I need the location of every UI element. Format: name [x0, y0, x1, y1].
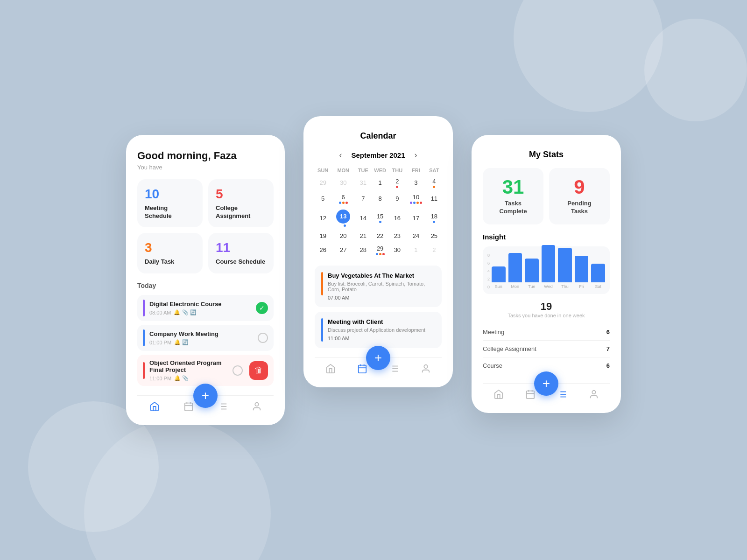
cal-day[interactable]: 20: [331, 230, 355, 242]
stats-title: My Stats: [483, 150, 610, 160]
cal-day[interactable]: 13: [331, 207, 355, 230]
cal-day[interactable]: 6: [331, 191, 355, 207]
tasks-complete-box: 31 TasksComplete: [483, 168, 543, 225]
breakdown-label-2: Course: [483, 362, 502, 369]
svg-point-21: [424, 364, 427, 368]
right-nav-list-icon[interactable]: [557, 389, 567, 402]
day-num: 10: [406, 194, 426, 201]
calendar-dot: [382, 253, 385, 255]
cal-day[interactable]: 9: [389, 191, 405, 207]
stats-grid: 31 TasksComplete 9 PendingTasks: [483, 168, 610, 225]
cal-day[interactable]: 15: [371, 207, 389, 230]
nav-home-icon[interactable]: [149, 401, 160, 414]
cal-day[interactable]: 1: [371, 175, 389, 191]
bar-0: [492, 266, 506, 282]
insight-title: Insight: [483, 233, 610, 241]
middle-fab-button[interactable]: +: [366, 346, 390, 370]
task-item-1[interactable]: Company Work Meeting 01:00 PM 🔔 🔄: [137, 325, 274, 351]
cal-day[interactable]: 31: [355, 175, 371, 191]
cal-day[interactable]: 2: [427, 242, 442, 258]
right-nav-home-icon[interactable]: [493, 389, 504, 402]
cal-day[interactable]: 3: [405, 175, 427, 191]
cal-day[interactable]: 2: [389, 175, 405, 191]
day-num: 3: [406, 179, 426, 186]
dot-row: [332, 224, 354, 227]
right-fab-button[interactable]: +: [534, 371, 558, 396]
breakdown-list: Meeting 6 College Assignment 7 Course 6: [483, 324, 610, 374]
cal-day[interactable]: 16: [389, 207, 405, 230]
cal-day[interactable]: 21: [355, 230, 371, 242]
cal-day[interactable]: 17: [405, 207, 427, 230]
day-num: 7: [356, 195, 370, 202]
cal-day[interactable]: 1: [405, 242, 427, 258]
event-card-1[interactable]: Meeting with Client Discuss project of A…: [315, 312, 442, 348]
day-num: 5: [316, 195, 330, 202]
stat-grid: 10 Meeting Schedule 5 College Assignment…: [137, 179, 274, 274]
cal-day[interactable]: 4: [427, 175, 442, 191]
cal-day[interactable]: 14: [355, 207, 371, 230]
task-delete-btn-2[interactable]: 🗑: [249, 361, 268, 380]
cal-day[interactable]: 5: [315, 191, 331, 207]
cal-day[interactable]: 27: [331, 242, 355, 258]
chart-y-axis: 8 6 4 2 0: [487, 253, 490, 290]
task-meta-0: 08:00 AM 🔔 📎 🔄: [149, 309, 251, 315]
chart-count: 19: [483, 301, 610, 313]
cal-day[interactable]: 29: [371, 242, 389, 258]
cal-day[interactable]: 8: [371, 191, 389, 207]
cal-day[interactable]: 30: [389, 242, 405, 258]
calendar-dot: [410, 202, 412, 204]
nav-list-icon[interactable]: [218, 401, 228, 414]
stat-card-1[interactable]: 5 College Assignment: [208, 179, 274, 228]
calendar-dot: [433, 186, 435, 188]
greeting-subtitle: You have: [137, 164, 274, 171]
task-item-2[interactable]: Object Oriented Program Final Project 11…: [137, 355, 274, 386]
stat-label-1: College Assignment: [216, 204, 266, 220]
cal-day[interactable]: 25: [427, 230, 442, 242]
cal-day[interactable]: 12: [315, 207, 331, 230]
cal-day[interactable]: 28: [355, 242, 371, 258]
cal-day[interactable]: 11: [427, 191, 442, 207]
event-title-1: Meeting with Client: [328, 318, 425, 325]
calendar-body: 2930311234567891011121314151617181920212…: [315, 175, 442, 258]
right-nav-profile-icon[interactable]: [589, 389, 599, 402]
cal-day[interactable]: 19: [315, 230, 331, 242]
calendar-dot: [416, 202, 419, 204]
bg-decoration-1: [514, 0, 663, 112]
nav-profile-icon[interactable]: [252, 401, 262, 414]
nav-calendar-icon[interactable]: [183, 401, 194, 414]
middle-nav-list-icon[interactable]: [389, 364, 399, 376]
cal-day[interactable]: 24: [405, 230, 427, 242]
day-num: 23: [390, 232, 404, 239]
day-num: 4: [428, 178, 441, 185]
middle-nav-calendar-icon[interactable]: [357, 364, 367, 376]
stat-label-2: Daily Task: [145, 258, 195, 266]
breakdown-label-1: College Assignment: [483, 345, 536, 352]
day-num: 25: [428, 232, 441, 239]
middle-bottom-nav: +: [315, 357, 442, 376]
right-nav-calendar-icon[interactable]: [525, 389, 536, 402]
cal-day[interactable]: 10: [405, 191, 427, 207]
svg-rect-0: [184, 403, 192, 411]
cal-day[interactable]: 7: [355, 191, 371, 207]
middle-nav-home-icon[interactable]: [325, 364, 336, 376]
cal-day[interactable]: 22: [371, 230, 389, 242]
fab-add-button[interactable]: +: [193, 384, 218, 408]
cal-day[interactable]: 30: [331, 175, 355, 191]
breakdown-label-0: Meeting: [483, 329, 504, 336]
middle-nav-profile-icon[interactable]: [421, 364, 431, 376]
day-num: 22: [372, 232, 388, 239]
cal-day[interactable]: 18: [427, 207, 442, 230]
stat-card-2[interactable]: 3 Daily Task: [137, 233, 203, 273]
cal-day[interactable]: 23: [389, 230, 405, 242]
day-num: 15: [372, 213, 388, 220]
next-month-button[interactable]: ›: [415, 150, 417, 160]
day-num: 17: [406, 215, 426, 222]
cal-day[interactable]: 26: [315, 242, 331, 258]
cal-day[interactable]: 29: [315, 175, 331, 191]
stat-card-0[interactable]: 10 Meeting Schedule: [137, 179, 203, 228]
event-card-0[interactable]: Buy Vegetables At The Market Buy list: B…: [315, 266, 442, 307]
task-item-0[interactable]: Digital Electronic Course 08:00 AM 🔔 📎 🔄…: [137, 295, 274, 321]
prev-month-button[interactable]: ‹: [339, 150, 342, 160]
stat-card-3[interactable]: 11 Course Schedule: [208, 233, 274, 273]
bar-1: [508, 253, 522, 282]
